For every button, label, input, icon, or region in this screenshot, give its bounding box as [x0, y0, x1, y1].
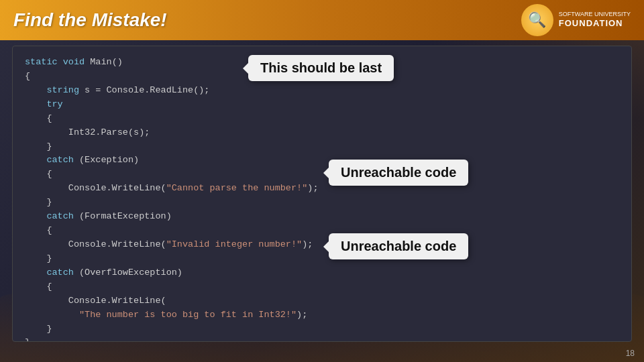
page-number: 18 — [626, 349, 635, 358]
slide-title: Find the Mistake! — [13, 9, 521, 31]
code-block: static void Main() { string s = Console.… — [25, 56, 619, 342]
slide: Find the Mistake! 🔍 SOFTWARE UNIVERSITY … — [0, 0, 644, 362]
code-panel: static void Main() { string s = Console.… — [12, 46, 632, 342]
callout-1-text: This should be last — [260, 60, 382, 75]
callout-unreachable-2: Unreachable code — [329, 233, 468, 259]
callout-unreachable-1: Unreachable code — [329, 160, 468, 186]
logo-text: SOFTWARE UNIVERSITY FOUNDATION — [559, 11, 631, 30]
callout-this-should-be-last: This should be last — [248, 55, 394, 81]
logo-area: 🔍 SOFTWARE UNIVERSITY FOUNDATION — [521, 4, 631, 36]
logo-text-big: FOUNDATION — [559, 18, 631, 29]
callout-3-text: Unreachable code — [341, 239, 456, 253]
header: Find the Mistake! 🔍 SOFTWARE UNIVERSITY … — [0, 0, 644, 40]
logo-icon: 🔍 — [521, 4, 553, 36]
logo-text-small: SOFTWARE UNIVERSITY — [559, 11, 631, 19]
callout-2-text: Unreachable code — [341, 165, 456, 180]
